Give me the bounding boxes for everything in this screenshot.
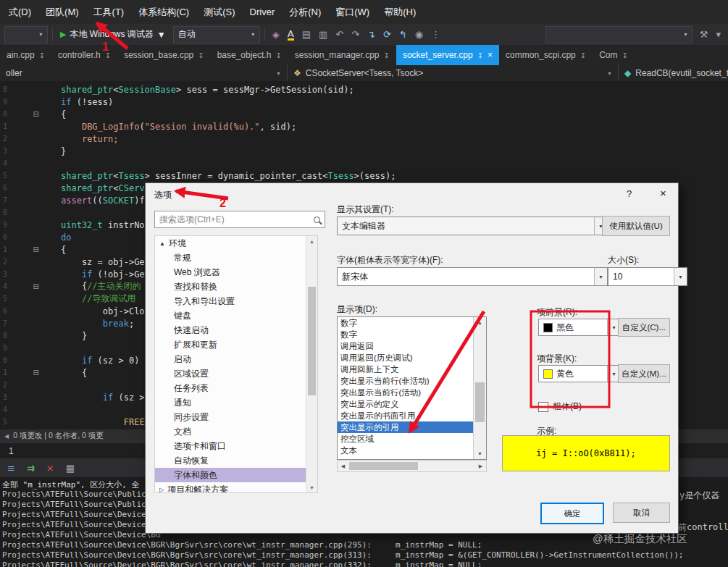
collapse-icon[interactable]: ◀: [4, 433, 9, 440]
results-options-icon[interactable]: ▦: [66, 463, 75, 473]
font-color-icon[interactable]: A: [288, 29, 294, 41]
tab-ain.cpp[interactable]: ain.cpp↧: [0, 45, 51, 65]
save-all-icon[interactable]: ▥: [319, 30, 327, 39]
scroll-down-icon[interactable]: ▼: [474, 448, 486, 459]
customize-foreground-button[interactable]: 自定义(C)...: [618, 318, 670, 337]
tree-item[interactable]: 区域设置: [155, 366, 317, 381]
tree-item[interactable]: 启动: [155, 352, 317, 366]
options-search-input[interactable]: 搜索选项(Ctrl+E): [154, 211, 325, 228]
menu-item[interactable]: 测试(S): [196, 1, 242, 24]
step-out-icon[interactable]: ↰: [399, 30, 407, 39]
settings-for-dropdown[interactable]: 文本编辑器 ▼: [337, 217, 608, 235]
scroll-up-icon[interactable]: ▲: [474, 317, 486, 328]
item-foreground-dropdown[interactable]: 黑色 ▼: [538, 319, 621, 336]
tab-base_object.h[interactable]: base_object.h↧: [211, 45, 288, 65]
tree-item[interactable]: 任务列表: [155, 381, 317, 395]
fold-marker-icon[interactable]: ⊟: [7, 245, 46, 253]
options-tree[interactable]: ▲环境常规Web 浏览器查找和替换导入和导出设置键盘快速启动扩展和更新启动区域设…: [154, 235, 318, 493]
tab-session_base.cpp[interactable]: session_base.cpp↧: [117, 45, 210, 65]
tree-item[interactable]: 导入和导出设置: [155, 294, 317, 308]
tree-item[interactable]: 查找和替换: [155, 280, 317, 294]
scroll-down-icon[interactable]: ▼: [306, 482, 317, 492]
search-toolbar-combobox[interactable]: ▼: [545, 26, 693, 43]
display-item[interactable]: 调用返回(历史调试): [338, 352, 474, 364]
tree-item[interactable]: 键盘: [155, 308, 317, 323]
scroll-left-icon[interactable]: ◀: [338, 461, 348, 471]
menu-item[interactable]: 工具(T): [86, 1, 132, 24]
tree-item[interactable]: ▷项目和解决方案: [155, 482, 317, 493]
tab-Com[interactable]: Com↧: [593, 45, 635, 65]
display-item[interactable]: 突出显示的引用: [338, 421, 474, 433]
breakpoints-icon[interactable]: ◉: [415, 30, 423, 39]
display-item[interactable]: 数字: [338, 317, 474, 329]
display-list-vscrollbar[interactable]: ▲ ▼: [473, 317, 486, 459]
result-row[interactable]: Projects\ATEFull\Source\Device\BGR\BgrSv…: [2, 560, 728, 567]
tree-item[interactable]: 自动恢复: [155, 453, 317, 468]
save-icon[interactable]: ▤: [302, 30, 311, 39]
tree-item[interactable]: 字体和颜色: [155, 468, 317, 482]
pin-icon[interactable]: ↧: [39, 51, 45, 59]
tab-controller.h[interactable]: controller.h↧: [51, 45, 117, 65]
display-item[interactable]: 文本: [338, 445, 474, 456]
fold-marker-icon[interactable]: ⊟: [7, 369, 46, 377]
step-over-icon[interactable]: ⟳: [383, 30, 391, 39]
scrollbar-thumb[interactable]: [349, 462, 418, 470]
chevron-down-icon[interactable]: ▼: [157, 30, 166, 40]
solution-config-combobox[interactable]: 自动 ▼: [173, 26, 260, 43]
tree-scrollbar[interactable]: ▲ ▼: [306, 236, 317, 492]
tree-item[interactable]: 通知: [155, 395, 317, 410]
tree-item[interactable]: 常规: [155, 251, 317, 265]
tree-item[interactable]: 选项卡和窗口: [155, 439, 317, 453]
left-stub-combobox[interactable]: ▼: [4, 26, 48, 43]
go-to-location-icon[interactable]: ⇉: [27, 463, 35, 473]
display-item[interactable]: 突出显示当前行(非活动): [338, 375, 474, 387]
tree-item[interactable]: ▲环境: [155, 236, 317, 251]
scrollbar-thumb[interactable]: [475, 382, 485, 422]
tree-expander-icon[interactable]: ▷: [159, 487, 164, 493]
redo-icon[interactable]: ↷: [351, 30, 359, 39]
close-icon[interactable]: ×: [488, 50, 493, 60]
pin-icon[interactable]: ↧: [580, 51, 586, 59]
bold-checkbox-row[interactable]: 粗体(B): [538, 400, 582, 413]
display-item[interactable]: 挖空区域: [338, 433, 474, 445]
menu-item[interactable]: 分析(N): [282, 1, 328, 24]
display-item[interactable]: 突出显示的定义: [338, 398, 474, 410]
size-dropdown[interactable]: 10 ▼: [608, 267, 687, 286]
tree-item[interactable]: 同步设置: [155, 410, 317, 424]
display-item[interactable]: 调用返回: [338, 340, 474, 352]
bold-checkbox[interactable]: [538, 402, 548, 412]
scrollbar-thumb[interactable]: [308, 287, 316, 395]
tab-common_scpi.cpp[interactable]: common_scpi.cpp↧: [499, 45, 593, 65]
tree-item[interactable]: 文档: [155, 424, 317, 439]
step-into-icon[interactable]: ↴: [367, 30, 375, 39]
tree-item[interactable]: 扩展和更新: [155, 337, 317, 352]
pin-icon[interactable]: ↧: [105, 51, 111, 59]
tab-socket_server.cpp[interactable]: socket_server.cpp↧×: [396, 45, 499, 65]
pin-icon[interactable]: ↧: [275, 51, 281, 59]
pin-icon[interactable]: ↧: [622, 51, 628, 59]
menu-item[interactable]: 窗口(W): [328, 1, 377, 24]
fold-marker-icon[interactable]: ⊟: [7, 282, 46, 290]
tab-session_manager.cpp[interactable]: session_manager.cpp↧: [288, 45, 396, 65]
cancel-button[interactable]: 取消: [613, 503, 670, 523]
use-defaults-button[interactable]: 使用默认值(U): [602, 216, 670, 236]
display-list-hscrollbar[interactable]: ◀ ▶: [337, 460, 487, 472]
wrench-icon[interactable]: ⚒: [700, 30, 708, 39]
menu-item[interactable]: 式(D): [1, 1, 38, 24]
tree-item[interactable]: 快速启动: [155, 323, 317, 337]
results-filter-icon[interactable]: ≡: [7, 463, 15, 473]
close-icon[interactable]: ×: [660, 187, 666, 199]
tree-item[interactable]: Web 浏览器: [155, 265, 317, 280]
display-item[interactable]: 突出显示当前行(活动): [338, 387, 474, 398]
scroll-right-icon[interactable]: ▶: [475, 461, 486, 471]
toolbar-options-chevron-icon[interactable]: ▾: [716, 30, 721, 39]
pin-icon[interactable]: ↧: [198, 51, 204, 59]
scroll-up-icon[interactable]: ▲: [306, 236, 317, 246]
ok-button[interactable]: 确定: [540, 503, 604, 524]
display-items-listbox[interactable]: 数字数字调用返回调用返回(历史调试)调用回新上下文突出显示当前行(非活动)突出显…: [337, 316, 487, 460]
result-row[interactable]: Projects\ATEFull\Source\Device\BGR\BgrSv…: [2, 550, 728, 560]
menu-item[interactable]: 体系结构(C): [131, 1, 196, 24]
pin-icon[interactable]: ↧: [477, 51, 483, 59]
display-item[interactable]: 数字: [338, 329, 474, 340]
extension-icon[interactable]: ◈: [272, 30, 280, 39]
